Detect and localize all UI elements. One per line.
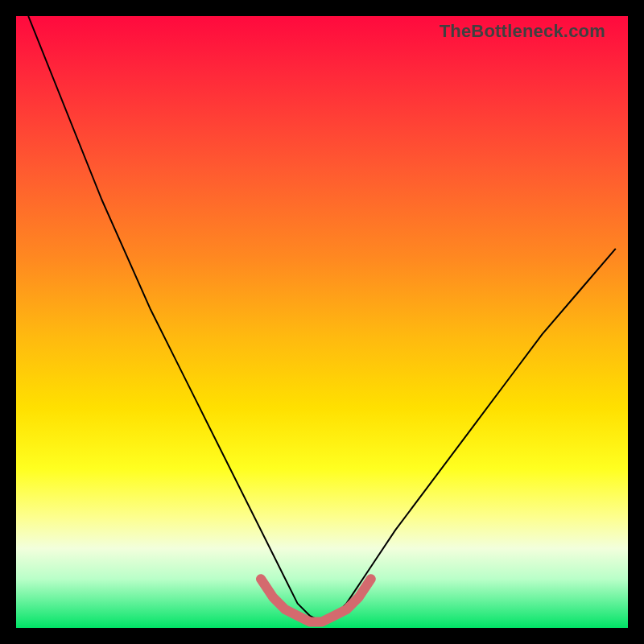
optimal-zone-curve <box>261 579 371 621</box>
plot-area: TheBottleneck.com <box>16 16 628 628</box>
curve-layer <box>16 16 628 628</box>
chart-frame: TheBottleneck.com <box>0 0 644 644</box>
bottleneck-curve <box>28 16 616 621</box>
